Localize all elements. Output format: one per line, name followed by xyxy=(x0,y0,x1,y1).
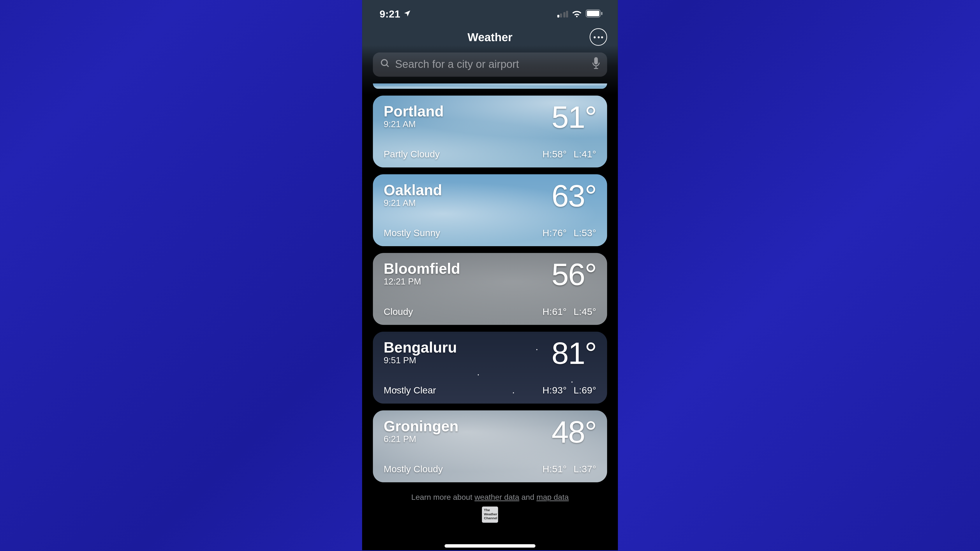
city-card[interactable]: Bloomfield 12:21 PM 56° Cloudy H:61° L:4… xyxy=(373,253,607,325)
svg-rect-6 xyxy=(595,66,597,68)
city-local-time: 9:21 AM xyxy=(383,119,444,129)
footer-prefix: Learn more about xyxy=(411,493,474,501)
city-card[interactable]: Oakland 9:21 AM 63° Mostly Sunny H:76° L… xyxy=(373,174,607,246)
svg-line-4 xyxy=(387,65,389,67)
city-local-time: 9:21 AM xyxy=(383,198,442,208)
city-high: H:61° xyxy=(542,306,566,317)
status-left: 9:21 xyxy=(380,8,411,19)
search-bar[interactable] xyxy=(373,52,607,77)
city-name: Bloomfield xyxy=(383,261,460,276)
search-bar-container xyxy=(362,48,618,83)
city-hilo: H:51° L:37° xyxy=(542,464,596,474)
city-temp: 51° xyxy=(552,103,597,131)
attribution-footer: Learn more about weather data and map da… xyxy=(373,489,607,527)
weather-data-link[interactable]: weather data xyxy=(474,493,519,501)
city-condition: Mostly Sunny xyxy=(383,227,440,238)
city-hilo: H:76° L:53° xyxy=(542,227,596,238)
status-right xyxy=(557,10,603,17)
page-title: Weather xyxy=(468,31,512,44)
city-temp: 56° xyxy=(552,261,597,289)
city-temp: 48° xyxy=(552,418,597,446)
city-hilo: H:61° L:45° xyxy=(542,306,596,317)
city-condition: Cloudy xyxy=(383,306,413,317)
city-card[interactable]: Bengaluru 9:51 PM 81° Mostly Clear H:93°… xyxy=(373,332,607,404)
city-high: H:58° xyxy=(542,149,566,159)
svg-rect-2 xyxy=(601,12,603,15)
city-low: L:53° xyxy=(574,227,597,238)
city-low: L:37° xyxy=(574,464,597,474)
city-card[interactable]: Groningen 6:21 PM 48° Mostly Cloudy H:51… xyxy=(373,410,607,482)
city-card[interactable]: Portland 9:21 AM 51° Partly Cloudy H:58°… xyxy=(373,95,607,168)
city-name: Portland xyxy=(383,103,444,119)
svg-rect-5 xyxy=(594,57,598,64)
city-name: Groningen xyxy=(383,418,458,434)
search-input[interactable] xyxy=(395,59,587,70)
wifi-icon xyxy=(571,10,582,17)
city-name: Oakland xyxy=(383,182,442,198)
cell-signal-icon xyxy=(557,10,568,17)
city-hilo: H:58° L:41° xyxy=(542,149,596,159)
city-hilo: H:93° L:69° xyxy=(542,385,596,395)
search-icon xyxy=(380,58,390,71)
location-arrow-icon xyxy=(403,10,411,17)
city-low: L:45° xyxy=(574,306,597,317)
city-condition: Mostly Cloudy xyxy=(383,464,443,474)
microphone-icon[interactable] xyxy=(592,57,600,72)
city-local-time: 12:21 PM xyxy=(383,276,460,287)
svg-point-3 xyxy=(382,60,387,66)
more-options-button[interactable] xyxy=(590,28,607,46)
city-local-time: 6:21 PM xyxy=(383,434,458,444)
city-condition: Mostly Clear xyxy=(383,385,436,395)
city-low: L:41° xyxy=(574,149,597,159)
city-high: H:76° xyxy=(542,227,566,238)
ellipsis-icon xyxy=(594,36,603,38)
city-condition: Partly Cloudy xyxy=(383,149,440,159)
map-data-link[interactable]: map data xyxy=(536,493,569,501)
battery-icon xyxy=(585,10,603,17)
offscreen-card-sliver[interactable] xyxy=(373,83,607,89)
status-time: 9:21 xyxy=(380,8,401,19)
city-temp: 63° xyxy=(552,182,597,210)
city-temp: 81° xyxy=(552,340,597,367)
svg-rect-7 xyxy=(594,68,598,69)
app-header: Weather xyxy=(362,27,618,48)
city-high: H:51° xyxy=(542,464,566,474)
home-indicator[interactable] xyxy=(444,544,535,548)
footer-mid: and xyxy=(519,493,537,501)
phone-screen: 9:21 xyxy=(362,0,618,550)
city-low: L:69° xyxy=(574,385,597,395)
city-high: H:93° xyxy=(542,385,566,395)
weather-channel-logo: The Weather Channel xyxy=(482,507,498,523)
status-bar: 9:21 xyxy=(362,0,618,27)
svg-rect-1 xyxy=(587,11,599,16)
city-list[interactable]: Portland 9:21 AM 51° Partly Cloudy H:58°… xyxy=(362,83,618,534)
city-local-time: 9:51 PM xyxy=(383,355,457,365)
city-name: Bengaluru xyxy=(383,340,457,355)
